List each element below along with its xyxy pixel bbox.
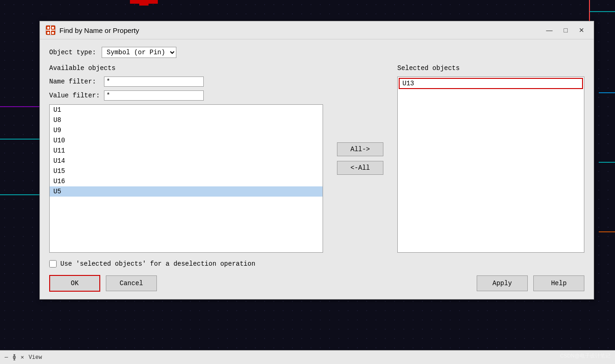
name-filter-row: Name filter:: [49, 77, 323, 87]
list-item[interactable]: U16: [50, 176, 323, 186]
list-item[interactable]: U9: [50, 125, 323, 135]
cancel-button[interactable]: Cancel: [106, 275, 157, 291]
list-item[interactable]: U1: [50, 105, 323, 115]
svg-point-22: [52, 32, 54, 34]
object-type-select[interactable]: Symbol (or Pin) Net Instance: [102, 47, 176, 58]
value-filter-input[interactable]: [104, 90, 204, 101]
name-filter-input[interactable]: [104, 77, 204, 87]
svg-point-21: [47, 32, 50, 34]
close-button[interactable]: ✕: [575, 26, 588, 35]
selected-objects-title: Selected objects: [397, 64, 584, 72]
available-objects-title: Available objects: [49, 64, 323, 72]
value-filter-label: Value filter:: [49, 92, 100, 99]
list-item[interactable]: U10: [50, 135, 323, 146]
deselection-checkbox-label: Use 'selected objects' for a deselection…: [60, 260, 255, 268]
app-icon: [45, 25, 56, 35]
list-item[interactable]: U11: [50, 146, 323, 156]
transfer-buttons-panel: All-> <-All: [332, 64, 388, 253]
watermark: CSDN@电子设计笔记: [560, 352, 610, 359]
selected-item-highlighted[interactable]: U13: [399, 78, 583, 89]
svg-point-19: [47, 27, 50, 29]
selected-objects-list[interactable]: U13: [397, 77, 584, 253]
maximize-button[interactable]: □: [560, 26, 571, 35]
bottom-buttons-row: OK Cancel Apply Help: [49, 275, 584, 292]
list-item[interactable]: U8: [50, 115, 323, 125]
main-content: Available objects Name filter: Value fil…: [49, 64, 584, 253]
dialog-titlebar: Find by Name or Property — □ ✕: [40, 21, 594, 39]
list-item-selected[interactable]: U5: [50, 186, 323, 197]
object-type-row: Object type: Symbol (or Pin) Net Instanc…: [49, 47, 584, 58]
deselection-checkbox[interactable]: [49, 260, 57, 268]
value-filter-row: Value filter:: [49, 90, 323, 101]
deselection-checkbox-row: Use 'selected objects' for a deselection…: [49, 260, 584, 268]
dialog-backdrop: Find by Name or Property — □ ✕ Object ty…: [0, 0, 615, 364]
svg-point-20: [52, 27, 54, 29]
name-filter-label: Name filter:: [49, 78, 100, 85]
help-button[interactable]: Help: [533, 275, 584, 291]
ok-button[interactable]: OK: [49, 275, 100, 292]
available-objects-list[interactable]: U1 U8 U9 U10 U11 U14 U15 U16 U5: [49, 104, 323, 253]
list-item[interactable]: U15: [50, 166, 323, 176]
list-item[interactable]: U14: [50, 156, 323, 166]
all-left-button[interactable]: <-All: [337, 161, 383, 175]
dialog-body: Object type: Symbol (or Pin) Net Instanc…: [40, 39, 594, 299]
all-right-button[interactable]: All->: [337, 142, 383, 156]
object-type-label: Object type:: [49, 49, 96, 56]
find-by-name-dialog: Find by Name or Property — □ ✕ Object ty…: [39, 21, 594, 300]
dialog-title: Find by Name or Property: [59, 26, 539, 34]
left-panel: Available objects Name filter: Value fil…: [49, 64, 323, 253]
right-panel: Selected objects U13: [397, 64, 584, 253]
apply-button[interactable]: Apply: [477, 275, 528, 291]
minimize-button[interactable]: —: [543, 26, 557, 35]
